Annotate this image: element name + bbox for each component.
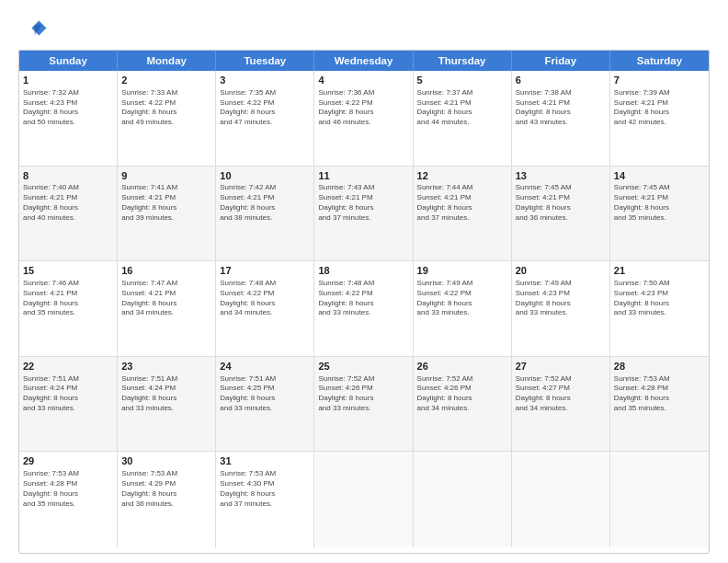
day-number: 26: [417, 360, 507, 373]
day-info: Sunrise: 7:45 AMSunset: 4:21 PMDaylight:…: [516, 183, 606, 223]
day-number: 16: [121, 264, 211, 278]
day-info: Sunrise: 7:39 AMSunset: 4:21 PMDaylight:…: [614, 88, 705, 128]
calendar-week-2: 8Sunrise: 7:40 AMSunset: 4:21 PMDaylight…: [19, 167, 709, 262]
calendar-cell: 11Sunrise: 7:43 AMSunset: 4:21 PMDayligh…: [314, 167, 413, 261]
calendar-cell: 8Sunrise: 7:40 AMSunset: 4:21 PMDaylight…: [19, 167, 118, 261]
day-number: 30: [121, 454, 211, 468]
calendar-cell: 29Sunrise: 7:53 AMSunset: 4:28 PMDayligh…: [19, 452, 118, 547]
day-number: 14: [614, 169, 705, 183]
calendar-week-1: 1Sunrise: 7:32 AMSunset: 4:23 PMDaylight…: [19, 71, 709, 167]
calendar-cell: 25Sunrise: 7:52 AMSunset: 4:26 PMDayligh…: [314, 357, 413, 452]
calendar-cell: 5Sunrise: 7:37 AMSunset: 4:21 PMDaylight…: [414, 71, 512, 166]
calendar-header: SundayMondayTuesdayWednesdayThursdayFrid…: [19, 51, 709, 71]
calendar-cell: 7Sunrise: 7:39 AMSunset: 4:21 PMDaylight…: [610, 71, 709, 166]
day-number: 21: [614, 264, 705, 278]
day-info: Sunrise: 7:44 AMSunset: 4:21 PMDaylight:…: [417, 183, 507, 223]
day-info: Sunrise: 7:37 AMSunset: 4:21 PMDaylight:…: [417, 88, 507, 128]
day-info: Sunrise: 7:35 AMSunset: 4:22 PMDaylight:…: [220, 88, 310, 128]
day-info: Sunrise: 7:53 AMSunset: 4:29 PMDaylight:…: [121, 469, 211, 509]
calendar-cell: 10Sunrise: 7:42 AMSunset: 4:21 PMDayligh…: [216, 167, 314, 261]
logo: [18, 15, 53, 44]
day-info: Sunrise: 7:51 AMSunset: 4:24 PMDaylight:…: [121, 374, 211, 414]
logo-icon: [18, 15, 48, 44]
day-info: Sunrise: 7:47 AMSunset: 4:21 PMDaylight:…: [121, 279, 211, 318]
calendar-cell: 14Sunrise: 7:45 AMSunset: 4:21 PMDayligh…: [610, 167, 709, 261]
day-number: 1: [23, 74, 113, 87]
day-info: Sunrise: 7:48 AMSunset: 4:22 PMDaylight:…: [318, 279, 408, 318]
day-number: 7: [614, 74, 705, 87]
day-number: 27: [516, 360, 606, 373]
calendar-cell: 9Sunrise: 7:41 AMSunset: 4:21 PMDaylight…: [118, 167, 216, 261]
calendar-cell: 12Sunrise: 7:44 AMSunset: 4:21 PMDayligh…: [414, 167, 512, 261]
header-day-wednesday: Wednesday: [314, 51, 413, 71]
calendar-cell: 24Sunrise: 7:51 AMSunset: 4:25 PMDayligh…: [216, 357, 314, 452]
calendar-cell: 2Sunrise: 7:33 AMSunset: 4:22 PMDaylight…: [118, 71, 216, 166]
calendar-cell: 6Sunrise: 7:38 AMSunset: 4:21 PMDaylight…: [512, 71, 610, 166]
calendar-cell: 18Sunrise: 7:48 AMSunset: 4:22 PMDayligh…: [314, 261, 413, 356]
calendar-cell: 15Sunrise: 7:46 AMSunset: 4:21 PMDayligh…: [19, 261, 118, 356]
calendar-cell: 30Sunrise: 7:53 AMSunset: 4:29 PMDayligh…: [118, 452, 216, 547]
calendar-cell: [512, 452, 610, 547]
day-number: 6: [516, 74, 606, 87]
calendar-cell: 1Sunrise: 7:32 AMSunset: 4:23 PMDaylight…: [19, 71, 118, 166]
calendar-grid: SundayMondayTuesdayWednesdayThursdayFrid…: [18, 50, 710, 554]
day-info: Sunrise: 7:32 AMSunset: 4:23 PMDaylight:…: [23, 88, 113, 128]
calendar-cell: 19Sunrise: 7:49 AMSunset: 4:22 PMDayligh…: [414, 261, 512, 356]
day-number: 10: [220, 169, 310, 183]
day-info: Sunrise: 7:43 AMSunset: 4:21 PMDaylight:…: [318, 183, 408, 223]
day-number: 4: [318, 74, 408, 87]
day-info: Sunrise: 7:42 AMSunset: 4:21 PMDaylight:…: [220, 183, 310, 223]
header-day-friday: Friday: [512, 51, 610, 71]
day-number: 11: [318, 169, 408, 183]
day-info: Sunrise: 7:53 AMSunset: 4:30 PMDaylight:…: [220, 469, 310, 509]
header-day-tuesday: Tuesday: [216, 51, 314, 71]
day-info: Sunrise: 7:49 AMSunset: 4:23 PMDaylight:…: [516, 279, 606, 318]
day-number: 17: [220, 264, 310, 278]
day-number: 29: [23, 454, 113, 468]
day-number: 28: [614, 360, 705, 373]
day-info: Sunrise: 7:52 AMSunset: 4:26 PMDaylight:…: [417, 374, 507, 414]
calendar-cell: 22Sunrise: 7:51 AMSunset: 4:24 PMDayligh…: [19, 357, 118, 452]
calendar-cell: 16Sunrise: 7:47 AMSunset: 4:21 PMDayligh…: [118, 261, 216, 356]
day-number: 3: [220, 74, 310, 87]
day-info: Sunrise: 7:46 AMSunset: 4:21 PMDaylight:…: [23, 279, 113, 318]
calendar-cell: 26Sunrise: 7:52 AMSunset: 4:26 PMDayligh…: [414, 357, 512, 452]
header-day-sunday: Sunday: [19, 51, 118, 71]
calendar-cell: 4Sunrise: 7:36 AMSunset: 4:22 PMDaylight…: [314, 71, 413, 166]
day-info: Sunrise: 7:52 AMSunset: 4:27 PMDaylight:…: [516, 374, 606, 414]
day-info: Sunrise: 7:49 AMSunset: 4:22 PMDaylight:…: [417, 279, 507, 318]
day-info: Sunrise: 7:45 AMSunset: 4:21 PMDaylight:…: [614, 183, 705, 223]
day-number: 24: [220, 360, 310, 373]
day-number: 12: [417, 169, 507, 183]
day-info: Sunrise: 7:48 AMSunset: 4:22 PMDaylight:…: [220, 279, 310, 318]
day-info: Sunrise: 7:41 AMSunset: 4:21 PMDaylight:…: [121, 183, 211, 223]
header-day-monday: Monday: [118, 51, 216, 71]
calendar-cell: [610, 452, 709, 547]
calendar-cell: 13Sunrise: 7:45 AMSunset: 4:21 PMDayligh…: [512, 167, 610, 261]
calendar-cell: 28Sunrise: 7:53 AMSunset: 4:28 PMDayligh…: [610, 357, 709, 452]
day-info: Sunrise: 7:52 AMSunset: 4:26 PMDaylight:…: [318, 374, 408, 414]
day-number: 25: [318, 360, 408, 373]
calendar-cell: [314, 452, 413, 547]
calendar-cell: 23Sunrise: 7:51 AMSunset: 4:24 PMDayligh…: [118, 357, 216, 452]
calendar-week-4: 22Sunrise: 7:51 AMSunset: 4:24 PMDayligh…: [19, 357, 709, 453]
header-day-saturday: Saturday: [610, 51, 709, 71]
day-info: Sunrise: 7:36 AMSunset: 4:22 PMDaylight:…: [318, 88, 408, 128]
calendar-page: SundayMondayTuesdayWednesdayThursdayFrid…: [0, 0, 728, 563]
day-number: 13: [516, 169, 606, 183]
day-info: Sunrise: 7:50 AMSunset: 4:23 PMDaylight:…: [614, 279, 705, 318]
day-number: 15: [23, 264, 113, 278]
day-info: Sunrise: 7:53 AMSunset: 4:28 PMDaylight:…: [614, 374, 705, 414]
calendar-week-3: 15Sunrise: 7:46 AMSunset: 4:21 PMDayligh…: [19, 261, 709, 357]
header-day-thursday: Thursday: [414, 51, 512, 71]
day-number: 19: [417, 264, 507, 278]
day-info: Sunrise: 7:38 AMSunset: 4:21 PMDaylight:…: [516, 88, 606, 128]
day-number: 31: [220, 454, 310, 468]
day-number: 5: [417, 74, 507, 87]
day-info: Sunrise: 7:51 AMSunset: 4:24 PMDaylight:…: [23, 374, 113, 414]
day-info: Sunrise: 7:33 AMSunset: 4:22 PMDaylight:…: [121, 88, 211, 128]
calendar-cell: 20Sunrise: 7:49 AMSunset: 4:23 PMDayligh…: [512, 261, 610, 356]
day-number: 2: [121, 74, 211, 87]
calendar-body: 1Sunrise: 7:32 AMSunset: 4:23 PMDaylight…: [19, 71, 709, 547]
day-number: 18: [318, 264, 408, 278]
